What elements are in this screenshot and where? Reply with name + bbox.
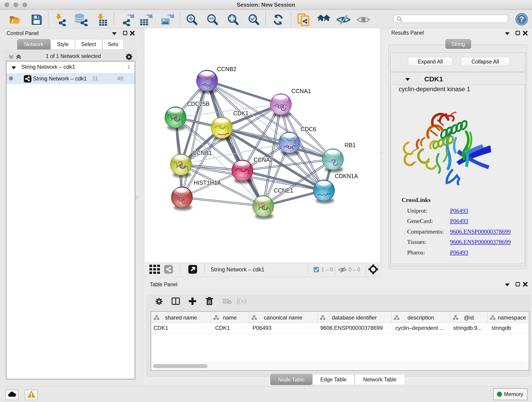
svg-text:RB1: RB1 [345, 142, 356, 148]
svg-text:CDK1: CDK1 [233, 110, 249, 116]
svg-text:CCNA1: CCNA1 [291, 88, 311, 94]
svg-text:CCNB1: CCNB1 [192, 150, 212, 156]
svg-text:CCNA2: CCNA2 [254, 157, 273, 163]
svg-text:?: ? [519, 15, 524, 23]
svg-text:CCNE1: CCNE1 [274, 187, 293, 194]
svg-text:CDKN1A: CDKN1A [335, 173, 358, 179]
svg-text:HIST1H1A: HIST1H1A [194, 179, 221, 186]
svg-text:CCNB2: CCNB2 [217, 66, 236, 72]
svg-text:CDC25B: CDC25B [187, 101, 210, 107]
svg-text:CDC6: CDC6 [301, 126, 316, 132]
